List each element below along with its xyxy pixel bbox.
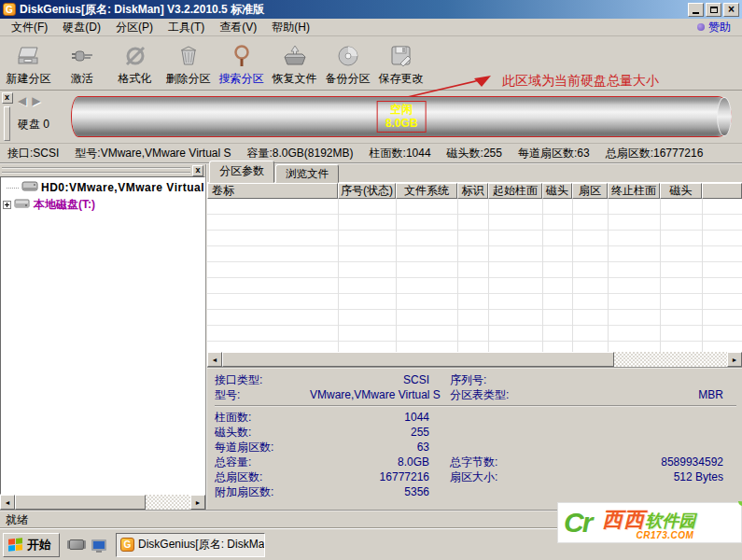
scroll-right-icon[interactable]: ►: [190, 495, 205, 510]
quick-launch-chip-icon[interactable]: [69, 539, 84, 550]
info-model: 型号:VMware,VMware Virtual S: [75, 146, 231, 161]
new-partition-button[interactable]: 新建分区: [2, 38, 55, 90]
search-partition-icon: [228, 43, 256, 69]
windows-flag-icon: [8, 538, 23, 553]
menu-bar: 文件(F) 硬盘(D) 分区(P) 工具(T) 查看(V) 帮助(H) 赞助: [0, 19, 742, 36]
disk-tree: HD0:VMware,VMware Virtual 本地磁盘(T:): [0, 176, 205, 495]
header-start-head[interactable]: 磁头: [542, 183, 572, 199]
menu-help[interactable]: 帮助(H): [264, 18, 317, 37]
info-heads: 磁头数:255: [447, 146, 502, 161]
total-sectors-value: 16777216: [310, 470, 429, 483]
grid-line: [338, 199, 339, 352]
activate-button[interactable]: 激活: [55, 38, 108, 90]
grid-line: [660, 199, 661, 352]
header-filesystem[interactable]: 文件系统: [396, 183, 457, 199]
scroll-right-icon[interactable]: ►: [727, 352, 742, 367]
tab-browse-files[interactable]: 浏览文件: [275, 164, 339, 183]
info-capacity: 容量:8.0GB(8192MB): [247, 146, 354, 161]
header-volume-label[interactable]: 卷标: [207, 183, 338, 199]
table-scroll-track[interactable]: [614, 352, 727, 367]
prev-disk-button[interactable]: ◀: [18, 94, 26, 107]
grid-line: [488, 199, 489, 352]
panel-left-strip: x: [0, 91, 14, 143]
restore-icon: [710, 7, 718, 13]
tab-partition-params[interactable]: 分区参数: [209, 161, 274, 183]
details-separator: [215, 405, 736, 407]
save-changes-button[interactable]: 保存更改: [374, 38, 427, 90]
quick-launch-desktop-icon[interactable]: [91, 539, 106, 551]
task-label: DiskGenius[原名: DiskMa...: [138, 537, 265, 553]
table-scroll-thumb[interactable]: [222, 352, 614, 367]
menu-view[interactable]: 查看(V): [212, 18, 264, 37]
close-button[interactable]: ×: [723, 3, 739, 17]
scroll-left-icon[interactable]: ◄: [207, 352, 222, 367]
watermark-name: 西西: [602, 508, 645, 531]
disk-capacity-bar[interactable]: 空闲 8.0GB: [72, 97, 731, 136]
next-disk-button[interactable]: ▶: [32, 94, 40, 107]
expand-plus-icon[interactable]: [3, 201, 11, 209]
panel-gripper[interactable]: [4, 106, 10, 141]
table-header: 卷标 序号(状态) 文件系统 标识 起始柱面 磁头 扇区 终止柱面 磁头: [207, 182, 742, 199]
recover-files-button[interactable]: 恢复文件: [268, 38, 321, 90]
app-logo-icon: G: [3, 3, 16, 16]
total-bytes-value: 8589934592: [562, 455, 723, 469]
menu-file[interactable]: 文件(F): [4, 18, 55, 37]
header-flag[interactable]: 标识: [457, 183, 488, 199]
status-text: 就绪: [6, 512, 28, 528]
taskbar-task-button[interactable]: G DiskGenius[原名: DiskMa...: [116, 533, 265, 557]
scroll-left-icon[interactable]: ◄: [0, 495, 15, 510]
menu-tools[interactable]: 工具(T): [161, 18, 212, 37]
extra-sectors-label: 附加扇区数:: [215, 484, 310, 500]
cylinders-value: 1044: [310, 411, 429, 424]
backup-partition-button[interactable]: 备份分区: [321, 38, 374, 90]
tree-panel: x HD0:VMware,VMware Virtual 本地磁盘(T:) ◄: [0, 164, 207, 510]
save-changes-icon: [387, 43, 415, 69]
interface-type-label: 接口类型:: [215, 372, 310, 388]
title-bar: G DiskGenius[原名: DiskMan] V3.2.2010.5 标准…: [0, 0, 742, 19]
grid-line: [702, 199, 703, 352]
tree-scroll-thumb[interactable]: [15, 495, 146, 510]
save-changes-label: 保存更改: [379, 71, 424, 87]
model-label: 型号:: [215, 387, 310, 403]
table-horizontal-scrollbar[interactable]: ◄ ►: [207, 352, 742, 367]
toolbar: 新建分区 激活 格式化 删除分区 搜索分区 恢复文件 备份分区: [0, 36, 742, 91]
tree-item-volume[interactable]: 本地磁盘(T:): [1, 196, 204, 213]
grid-line: [572, 199, 573, 352]
panel-close-button[interactable]: x: [2, 92, 13, 104]
activate-icon: [68, 43, 96, 69]
search-partition-button[interactable]: 搜索分区: [215, 38, 268, 90]
partition-table-type-label: 分区表类型:: [450, 387, 562, 403]
info-total-sectors: 总扇区数:16777216: [606, 146, 704, 161]
menu-partition[interactable]: 分区(P): [108, 18, 161, 37]
watermark-logo: Cr: [564, 509, 591, 537]
tree-panel-gripper[interactable]: [2, 167, 190, 174]
cylinders-label: 柱面数:: [215, 410, 310, 426]
tree-item-disk[interactable]: HD0:VMware,VMware Virtual: [1, 179, 204, 196]
grid-line: [396, 199, 397, 352]
disk-name-label: 硬盘 0: [14, 107, 72, 133]
tree-item-disk-label: HD0:VMware,VMware Virtual: [41, 181, 204, 194]
watermark-suffix: 软件园: [645, 511, 695, 530]
partition-table-body[interactable]: [207, 199, 742, 352]
partition-table-type-value: MBR: [562, 388, 723, 401]
tree-horizontal-scrollbar[interactable]: ◄ ►: [0, 495, 205, 510]
interface-type-value: SCSI: [310, 373, 429, 386]
disk-details-panel: 接口类型: SCSI 序列号: 型号: VMware,VMware Virtua…: [207, 367, 742, 510]
start-button[interactable]: 开始: [3, 533, 60, 557]
header-start-cylinder[interactable]: 起始柱面: [488, 183, 542, 199]
info-interface: 接口:SCSI: [7, 146, 59, 161]
header-end-cylinder[interactable]: 终止柱面: [608, 183, 660, 199]
minimize-button[interactable]: [688, 3, 704, 17]
header-index-status[interactable]: 序号(状态): [338, 183, 396, 199]
tree-panel-close-button[interactable]: x: [192, 165, 203, 176]
menu-disk[interactable]: 硬盘(D): [55, 18, 108, 37]
extra-sectors-value: 5356: [310, 485, 429, 498]
header-start-sector[interactable]: 扇区: [572, 183, 608, 199]
header-end-head[interactable]: 磁头: [660, 183, 702, 199]
restore-button[interactable]: [706, 3, 721, 17]
heads-label: 磁头数:: [215, 425, 310, 441]
tree-scroll-track[interactable]: [146, 495, 190, 510]
delete-partition-button[interactable]: 删除分区: [161, 38, 215, 90]
format-button[interactable]: 格式化: [108, 38, 161, 90]
sponsor-link[interactable]: 赞助: [697, 20, 738, 35]
